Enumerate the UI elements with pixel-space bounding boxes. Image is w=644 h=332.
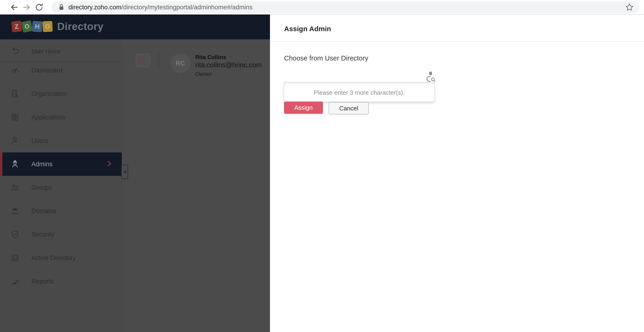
address-bar[interactable]: directory.zoho.com/directory/mytestingpo… [52,2,639,13]
svg-text:www: www [12,212,18,215]
owner-email: rita.collins@hrinc.com [195,61,262,69]
star-icon [625,9,634,13]
cancel-button[interactable]: Cancel [328,102,369,114]
logo-tile: O [21,20,33,33]
sidebar-item-reports[interactable]: Reports [0,270,122,293]
assign-button[interactable]: Assign [284,102,323,114]
sidebar-item-domains[interactable]: wwwDomains [0,199,122,223]
assign-admin-panel: Assign Admin Choose from User Directory … [270,15,644,332]
admins-icon [10,159,20,169]
browser-chrome: directory.zoho.com/directory/mytestingpo… [0,0,644,15]
sidebar-item-label: Reports [32,278,54,285]
sidebar-item-label: Domains [32,207,56,215]
url-path: /directory/mytestingportal/adminhome#/ad… [122,4,253,11]
sidebar-item-dashboard[interactable]: Dashboard [0,59,122,82]
screenshot-root: directory.zoho.com/directory/mytestingpo… [0,0,644,332]
plus-icon: + [140,56,145,65]
choose-directory-label: Choose from User Directory [284,54,368,62]
dotted-divider [159,54,159,68]
sidebar-item-label: Users [32,137,48,144]
sidebar-item-active-directory[interactable]: Active Directory [0,246,122,270]
users-icon [10,136,20,146]
zoho-directory-logo: ZOHO Directory [12,21,104,32]
sidebar-item-label: Groups [32,184,52,191]
sidebar-item-label: Dashboard [32,67,62,74]
sidebar-item-organization[interactable]: Organization [0,82,122,106]
active-directory-icon [10,253,20,263]
admins-content: + RC Rita Collins rita.collins@hrinc.com… [122,39,270,332]
browser-refresh-button[interactable] [34,3,44,12]
sidebar-item-label: Applications [32,114,66,121]
url-text: directory.zoho.com/directory/mytestingpo… [68,2,253,13]
owner-role: Owner [195,71,212,77]
refresh-icon [34,3,44,12]
browser-back-button[interactable] [9,3,19,12]
logo-tile: O [42,21,53,32]
url-host: directory.zoho.com [68,4,122,11]
avatar-initials: RC [176,60,185,67]
sidebar-item-security[interactable]: Security [0,223,122,246]
domains-icon: www [10,206,20,216]
back-arrow-icon [9,3,19,12]
panel-title: Assign Admin [284,25,331,33]
user-search-icon [426,71,436,82]
applications-icon [10,112,20,122]
sidebar-item-label: Admins [32,161,52,168]
sidebar-item-applications[interactable]: Applications [0,106,122,129]
app-header: ZOHO Directory [0,15,270,39]
sidebar: User HomeDashboardOrganizationApplicatio… [0,39,122,332]
logo-tile: Z [11,21,22,32]
product-name: Directory [57,21,104,32]
reports-icon [10,276,20,286]
forward-arrow-icon [22,3,32,12]
sidebar-item-users[interactable]: Users [0,129,122,152]
zoho-logo-tiles: ZOHO [12,21,53,32]
dashboard-icon [10,65,20,76]
panel-header: Assign Admin [270,15,644,42]
security-icon [10,229,20,240]
browser-forward-button[interactable] [22,3,32,12]
owner-name: Rita Collins [195,54,226,61]
lock-icon [57,3,66,13]
search-hint-dropdown: Please enter 3 more character(s). [284,84,434,102]
bookmark-star-button[interactable] [625,3,634,13]
search-hint-text: Please enter 3 more character(s). [314,89,404,96]
sidebar-item-groups[interactable]: Groups [0,176,122,199]
logo-tile: H [32,21,42,32]
sidebar-item-label: Organization [32,90,67,98]
sidebar-collapse-handle[interactable] [121,165,128,179]
collapse-left-icon [124,170,126,174]
organization-icon [10,89,20,99]
add-admin-button[interactable]: + [136,54,150,67]
groups-icon [10,182,20,193]
sidebar-item-admins[interactable]: Admins [0,152,122,176]
sidebar-item-label: User Home [32,48,61,55]
sidebar-item-label: Security [32,231,54,238]
user-home-icon [10,46,20,57]
owner-avatar: RC [170,54,190,73]
sidebar-item-label: Active Directory [32,254,76,262]
chevron-right-icon [106,160,113,169]
